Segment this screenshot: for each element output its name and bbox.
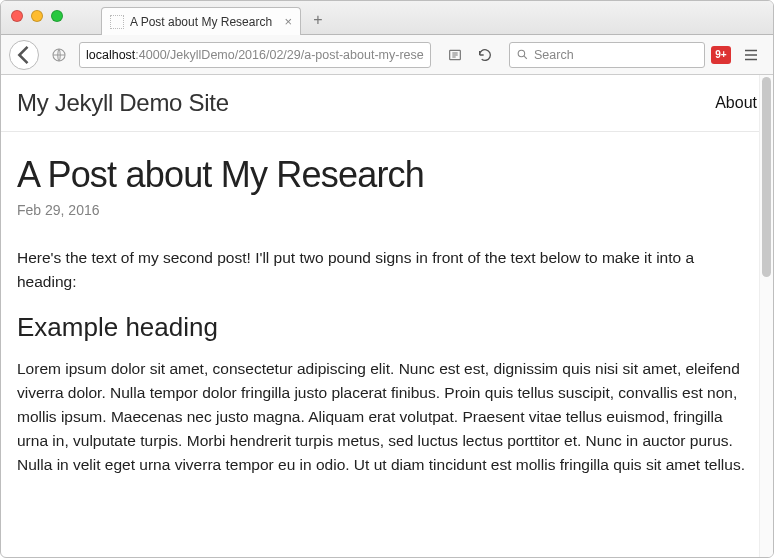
svg-point-2 [518,50,525,57]
site-header: My Jekyll Demo Site About [1,75,773,132]
window-controls [11,10,63,22]
post-heading: Example heading [17,312,757,343]
maximize-window-button[interactable] [51,10,63,22]
search-bar[interactable]: Search [509,42,705,68]
post: A Post about My Research Feb 29, 2016 He… [1,132,773,535]
globe-icon [45,41,73,69]
menu-button[interactable] [737,41,765,69]
browser-toolbar: localhost:4000/JekyllDemo/2016/02/29/a-p… [1,35,773,75]
post-date: Feb 29, 2016 [17,202,757,218]
browser-tab[interactable]: A Post about My Research × [101,7,301,35]
scrollbar-track[interactable] [759,75,773,558]
toolbar-icons [441,41,499,69]
reload-icon[interactable] [471,41,499,69]
post-intro: Here's the text of my second post! I'll … [17,246,757,294]
new-tab-button[interactable]: + [305,9,331,31]
nav-about-link[interactable]: About [715,94,757,111]
tab-favicon [110,15,124,29]
scrollbar-thumb[interactable] [762,77,771,277]
post-title: A Post about My Research [17,154,757,196]
extension-badge-count: 9+ [715,49,726,60]
site-title[interactable]: My Jekyll Demo Site [17,89,229,117]
site-nav: About [715,94,757,112]
back-button[interactable] [9,40,39,70]
reader-mode-icon[interactable] [441,41,469,69]
extension-badge[interactable]: 9+ [711,46,731,64]
minimize-window-button[interactable] [31,10,43,22]
tab-title: A Post about My Research [130,15,278,29]
url-host: localhost [86,48,135,62]
url-path: :4000/JekyllDemo/2016/02/29/a-post-about… [135,48,424,62]
url-bar[interactable]: localhost:4000/JekyllDemo/2016/02/29/a-p… [79,42,431,68]
post-body: Lorem ipsum dolor sit amet, consectetur … [17,357,757,477]
tab-close-icon[interactable]: × [284,14,292,29]
close-window-button[interactable] [11,10,23,22]
window-titlebar: A Post about My Research × + [1,1,773,35]
search-placeholder: Search [534,48,574,62]
search-icon [516,48,529,61]
page-viewport: My Jekyll Demo Site About A Post about M… [1,75,773,558]
